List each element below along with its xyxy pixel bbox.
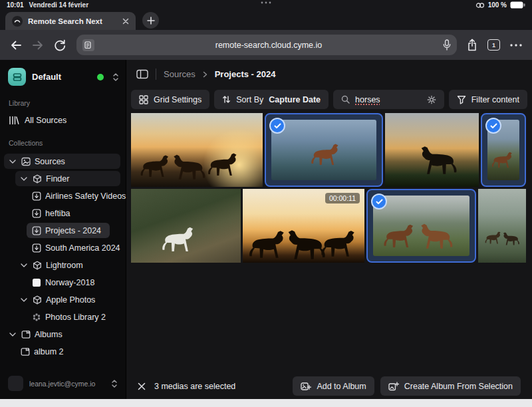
media-grid: 00:00:11	[126, 109, 532, 373]
chevron-down-icon[interactable]	[9, 160, 17, 164]
chevron-down-icon[interactable]	[20, 298, 28, 302]
horse-silhouette	[499, 231, 522, 245]
browser-toolbar: remote-search.cloud.cyme.io 1	[0, 30, 532, 60]
forward-button[interactable]	[32, 40, 44, 51]
workspace-updown-icon[interactable]	[112, 72, 119, 82]
breadcrumb-current: Projects - 2024	[215, 69, 276, 79]
reload-button[interactable]	[54, 39, 66, 51]
album-icon	[20, 347, 30, 356]
multitask-dots-icon	[261, 1, 271, 4]
sync-icon	[31, 209, 41, 218]
add-to-album-icon	[301, 382, 311, 391]
browser-tab[interactable]: Remote Search Next	[5, 12, 136, 30]
selected-check-icon[interactable]	[269, 118, 285, 134]
sidebar-item-norway-2018[interactable]: Norway-2018	[27, 275, 120, 290]
sidebar-item-label: Airlines Safety Videos	[45, 192, 126, 201]
battery-icon	[510, 1, 525, 9]
chevron-down-icon[interactable]	[20, 177, 28, 181]
media-thumbnail-fence-horses[interactable]	[478, 189, 526, 263]
grid-icon	[139, 95, 148, 104]
sync-icon	[31, 226, 41, 235]
breadcrumb: Sources Projects - 2024	[126, 60, 532, 88]
workspace-name: Default	[32, 72, 91, 82]
sidebar-item-album-2[interactable]: album 2	[15, 344, 120, 359]
content-toolbar: Grid Settings Sort By Capture Date horse…	[126, 88, 532, 109]
clear-selection-icon[interactable]	[138, 382, 146, 390]
sidebar-item-label: heftiba	[45, 209, 70, 218]
voice-search-icon[interactable]	[443, 39, 451, 51]
filter-content-label: Filter content	[471, 95, 519, 104]
grid-settings-button[interactable]: Grid Settings	[131, 90, 209, 109]
library-section-label: Library	[9, 99, 126, 107]
translate-icon[interactable]	[82, 39, 94, 51]
sidebar-item-south-america-2024[interactable]: South America 2024	[27, 240, 120, 255]
sidebar-item-label: Finder	[46, 174, 69, 184]
chevron-right-icon	[203, 71, 207, 78]
account-updown-icon[interactable]	[111, 379, 118, 388]
chevron-down-icon[interactable]	[9, 333, 17, 337]
chevron-down-icon[interactable]	[20, 263, 28, 267]
media-thumbnail-icelandic-horses[interactable]	[366, 189, 476, 263]
sidebar-item-apple-photos[interactable]: Apple Photos	[15, 292, 120, 307]
collections-section-label: Collections	[9, 139, 126, 147]
sidebar-item-photos-library-2[interactable]: Photos Library 2	[27, 309, 120, 325]
sidebar-item-label: South America 2024	[45, 243, 120, 253]
new-tab-button[interactable]	[142, 12, 159, 29]
tab-title: Remote Search Next	[28, 17, 117, 25]
status-bar: 10:01 Vendredi 14 février 100 %	[0, 0, 532, 10]
sync-icon	[31, 243, 41, 253]
overflow-menu-icon[interactable]	[510, 44, 522, 47]
date-label: Vendredi 14 février	[29, 1, 89, 9]
cube-icon	[32, 295, 42, 305]
sidebar: Default Library All Sources Collections …	[0, 60, 126, 399]
search-query[interactable]: horses	[355, 95, 380, 104]
horse-silhouette	[489, 151, 517, 168]
media-thumbnail-brown-horse-portrait[interactable]	[481, 113, 526, 187]
media-thumbnail-sunset-grazing-horse[interactable]	[385, 113, 479, 187]
status-dot	[97, 74, 104, 80]
back-button[interactable]	[10, 40, 22, 51]
home-indicator-strip	[0, 399, 532, 407]
clock: 10:01	[7, 1, 24, 9]
account-switcher[interactable]: leana.jevtic@cyme.io	[0, 370, 126, 399]
share-icon[interactable]	[467, 39, 477, 51]
sidebar-item-projects-2024[interactable]: Projects - 2024	[27, 223, 110, 238]
cube-icon	[32, 174, 42, 184]
sidebar-item-airlines-safety-videos[interactable]: Airlines Safety Videos	[27, 188, 120, 204]
media-thumbnail-sunset-horses-video[interactable]: 00:00:11	[243, 189, 364, 263]
photo	[131, 113, 263, 187]
media-thumbnail-sunset-herd[interactable]	[131, 113, 263, 187]
ipad-screen: 10:01 Vendredi 14 février 100 % Remote S…	[0, 0, 532, 407]
workspace-selector[interactable]: Default	[0, 65, 126, 88]
sidebar-item-heftiba[interactable]: heftiba	[27, 205, 120, 221]
add-to-album-button[interactable]: Add to Album	[293, 376, 374, 396]
search-settings-gear-icon[interactable]	[427, 95, 436, 104]
sort-by-button[interactable]: Sort By Capture Date	[214, 90, 329, 109]
tab-close-icon[interactable]	[122, 18, 129, 25]
search-input[interactable]: horses	[333, 90, 444, 109]
image-icon	[21, 157, 31, 166]
sidebar-item-albums[interactable]: Albums	[4, 327, 120, 342]
sidebar-item-label: Apple Photos	[46, 295, 95, 305]
filter-content-button[interactable]: Filter content	[449, 90, 527, 109]
selected-check-icon[interactable]	[371, 194, 387, 209]
media-thumbnail-white-horse-resting[interactable]	[131, 189, 241, 263]
address-bar[interactable]: remote-search.cloud.cyme.io	[76, 35, 457, 55]
breadcrumb-parent[interactable]: Sources	[164, 69, 196, 79]
sidebar-item-lightroom[interactable]: Lightroom	[15, 257, 120, 273]
sort-by-label: Sort By	[236, 95, 263, 104]
horse-silhouette	[307, 142, 344, 166]
tab-count-button[interactable]: 1	[487, 39, 500, 51]
sidebar-item-label: album 2	[34, 347, 63, 356]
sidebar-item-sources[interactable]: Sources	[4, 154, 120, 169]
media-thumbnail-misty-forest-horse[interactable]	[265, 113, 383, 187]
add-to-album-label: Add to Album	[317, 382, 366, 391]
sidebar-toggle-icon[interactable]	[136, 69, 148, 79]
sidebar-item-finder[interactable]: Finder	[15, 171, 120, 186]
video-duration-badge: 00:00:11	[325, 193, 360, 204]
sidebar-item-all-sources[interactable]: All Sources	[0, 112, 126, 128]
album-icon	[21, 330, 31, 339]
create-album-button[interactable]: Create Album From Selection	[380, 376, 521, 396]
site-favicon	[12, 16, 23, 27]
selected-check-icon[interactable]	[485, 118, 501, 134]
